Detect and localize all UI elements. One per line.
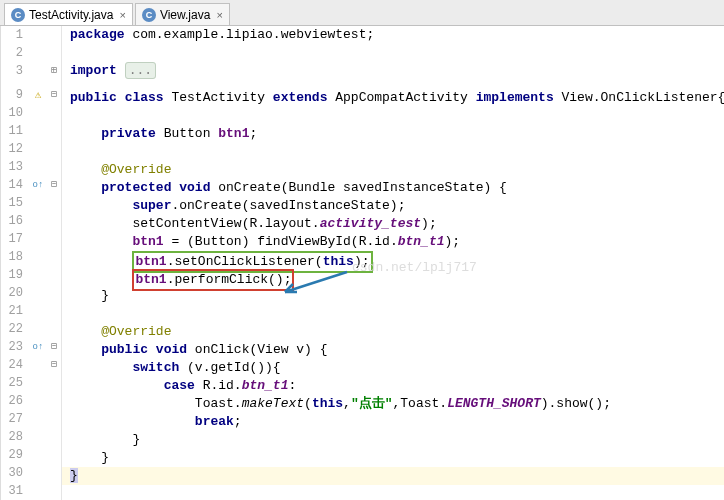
code-line[interactable] <box>62 305 724 323</box>
line-number: 30 <box>1 464 29 482</box>
code-line[interactable]: } <box>62 431 724 449</box>
line-number: 9 <box>1 86 29 104</box>
line-number: 14 <box>1 176 29 194</box>
code-line[interactable]: btn1.performClick(); <box>62 269 724 287</box>
code-line[interactable]: protected void onCreate(Bundle savedInst… <box>62 179 724 197</box>
fold-collapse-icon[interactable]: ⊟ <box>47 338 61 356</box>
fold-expand-icon[interactable]: ⊞ <box>47 62 61 80</box>
tab-view-java[interactable]: C View.java × <box>135 3 230 25</box>
tab-label: View.java <box>160 8 210 22</box>
code-line[interactable] <box>62 143 724 161</box>
warning-icon[interactable]: ⚠ <box>29 86 47 104</box>
line-number: 28 <box>1 428 29 446</box>
line-number: 21 <box>1 302 29 320</box>
code-line-cursor[interactable]: } <box>62 467 724 485</box>
fold-collapse-icon[interactable]: ⊟ <box>47 86 61 104</box>
tab-bar: C TestActivity.java × C View.java × <box>0 0 724 26</box>
close-icon[interactable]: × <box>216 9 222 21</box>
gutter-icon <box>29 26 47 44</box>
line-number: 26 <box>1 392 29 410</box>
code-line[interactable] <box>62 107 724 125</box>
code-line[interactable]: package com.example.lipiao.webviewtest; <box>62 26 724 44</box>
folded-imports[interactable]: ... <box>125 62 156 79</box>
java-class-icon: C <box>142 8 156 22</box>
java-class-icon: C <box>11 8 25 22</box>
code-line[interactable]: private Button btn1; <box>62 125 724 143</box>
editor: 1 2 3⊞ 9⚠⊟ 10 11 12 13 14o↑⊟ 15 16 17 18… <box>0 26 724 500</box>
code-line[interactable]: case R.id.btn_t1: <box>62 377 724 395</box>
line-number: 22 <box>1 320 29 338</box>
gutter: 1 2 3⊞ 9⚠⊟ 10 11 12 13 14o↑⊟ 15 16 17 18… <box>1 26 62 500</box>
line-number: 19 <box>1 266 29 284</box>
code-line[interactable]: btn1.setOnClickListener(this); <box>62 251 724 269</box>
line-number: 31 <box>1 482 29 500</box>
line-number: 27 <box>1 410 29 428</box>
line-number: 15 <box>1 194 29 212</box>
line-number: 24 <box>1 356 29 374</box>
code-line[interactable]: btn1 = (Button) findViewById(R.id.btn_t1… <box>62 233 724 251</box>
line-number: 11 <box>1 122 29 140</box>
line-number: 23 <box>1 338 29 356</box>
code-editor[interactable]: csdn.net/lplj717 package com.example.lip… <box>62 26 724 500</box>
code-line[interactable]: public void onClick(View v) { <box>62 341 724 359</box>
line-number: 12 <box>1 140 29 158</box>
close-icon[interactable]: × <box>119 9 125 21</box>
override-icon[interactable]: o↑ <box>29 338 47 356</box>
annotation-box-red: btn1.performClick(); <box>132 269 294 291</box>
tab-test-activity[interactable]: C TestActivity.java × <box>4 3 133 25</box>
code-line[interactable]: Toast.makeText(this,"点击",Toast.LENGTH_SH… <box>62 395 724 413</box>
line-number: 13 <box>1 158 29 176</box>
code-line[interactable]: setContentView(R.layout.activity_test); <box>62 215 724 233</box>
line-number: 25 <box>1 374 29 392</box>
code-line[interactable] <box>62 80 724 89</box>
line-number: 29 <box>1 446 29 464</box>
code-line[interactable]: } <box>62 449 724 467</box>
line-number: 1 <box>1 26 29 44</box>
code-line[interactable]: break; <box>62 413 724 431</box>
code-line[interactable]: switch (v.getId()){ <box>62 359 724 377</box>
line-number: 16 <box>1 212 29 230</box>
code-line[interactable] <box>62 485 724 500</box>
override-icon[interactable]: o↑ <box>29 176 47 194</box>
line-number: 18 <box>1 248 29 266</box>
line-number: 20 <box>1 284 29 302</box>
line-number: 3 <box>1 62 29 80</box>
line-number: 2 <box>1 44 29 62</box>
fold-collapse-icon[interactable]: ⊟ <box>47 356 61 374</box>
code-line[interactable]: @Override <box>62 323 724 341</box>
fold-collapse-icon[interactable]: ⊟ <box>47 176 61 194</box>
code-line[interactable] <box>62 44 724 62</box>
tab-label: TestActivity.java <box>29 8 113 22</box>
code-line[interactable]: @Override <box>62 161 724 179</box>
code-line[interactable]: import ... <box>62 62 724 80</box>
code-line[interactable]: super.onCreate(savedInstanceState); <box>62 197 724 215</box>
line-number: 17 <box>1 230 29 248</box>
fold-toggle[interactable] <box>47 26 61 44</box>
code-line[interactable]: public class TestActivity extends AppCom… <box>62 89 724 107</box>
line-number: 10 <box>1 104 29 122</box>
